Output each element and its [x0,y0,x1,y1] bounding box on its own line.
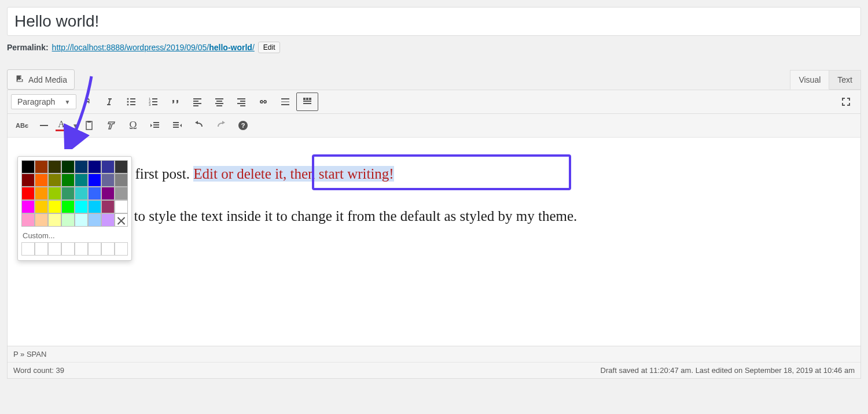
color-swatch[interactable] [75,200,88,213]
post-title-input[interactable] [7,7,861,36]
color-swatch[interactable] [88,213,101,227]
color-swatch[interactable] [61,213,75,227]
custom-color-button[interactable]: Custom... [23,231,128,240]
numbered-list-button[interactable]: 123 [142,93,164,111]
svg-rect-10 [152,101,157,102]
svg-rect-18 [215,103,223,104]
color-swatch[interactable] [35,200,48,213]
italic-button[interactable] [98,93,120,111]
custom-slot[interactable] [88,242,101,256]
element-path[interactable]: P » SPAN [8,346,860,363]
svg-rect-3 [130,98,135,99]
clear-formatting-button[interactable] [100,116,122,135]
svg-text:?: ? [241,122,245,129]
bullet-list-button[interactable] [120,93,142,111]
color-swatch[interactable] [61,200,75,213]
custom-slot[interactable] [115,242,128,256]
color-swatch[interactable] [35,173,48,187]
color-swatch[interactable] [115,160,128,173]
blockquote-button[interactable] [164,93,186,111]
color-swatch[interactable] [35,187,48,200]
tab-text[interactable]: Text [829,70,861,90]
color-swatch[interactable] [21,160,35,173]
custom-slot[interactable] [61,242,75,256]
read-more-button[interactable] [274,93,296,111]
text-color-button[interactable]: A ▼ [55,120,78,131]
permalink-link[interactable]: http://localhost:8888/wordpress/2019/09/… [52,43,255,52]
align-center-button[interactable] [208,93,230,111]
toolbar-row-1: Paragraph ▼ 123 [8,90,860,114]
link-button[interactable] [252,93,274,111]
svg-rect-11 [152,104,157,105]
help-button[interactable]: ? [232,116,254,135]
svg-rect-29 [309,98,311,100]
color-swatch[interactable] [21,213,35,227]
editor-content[interactable]: Press. This is your first post. Edit or … [8,138,860,346]
color-swatch[interactable] [48,213,61,227]
svg-rect-12 [193,98,201,99]
svg-rect-32 [40,125,48,126]
redo-button[interactable] [210,116,232,135]
color-swatch[interactable] [61,173,75,187]
color-swatch[interactable] [75,213,88,227]
color-swatch[interactable] [21,187,35,200]
custom-slot[interactable] [75,242,88,256]
undo-button[interactable] [188,116,210,135]
custom-slot[interactable] [48,242,61,256]
color-swatch[interactable] [21,173,35,187]
color-swatch[interactable] [101,187,115,200]
color-swatch[interactable] [61,187,75,200]
color-swatch[interactable] [101,200,115,213]
color-swatch[interactable] [75,187,88,200]
svg-rect-27 [303,98,306,100]
align-right-button[interactable] [230,93,252,111]
svg-rect-15 [193,105,198,106]
color-swatch[interactable] [88,200,101,213]
add-media-button[interactable]: Add Media [7,69,75,90]
color-swatch[interactable] [48,200,61,213]
custom-slot[interactable] [101,242,115,256]
paragraph-1[interactable]: Press. This is your first post. Edit or … [25,163,843,186]
paragraph-2[interactable]: n block. I'm going to style the text ins… [25,205,843,228]
svg-rect-14 [193,103,201,104]
outdent-button[interactable] [144,116,166,135]
color-swatch[interactable] [115,200,128,213]
color-swatch[interactable] [75,173,88,187]
bold-button[interactable] [76,93,98,111]
toolbar-toggle-button[interactable] [296,93,318,111]
svg-rect-25 [281,101,289,102]
edit-permalink-button[interactable]: Edit [258,42,281,53]
editor-tabs: Visual Text [790,70,861,90]
chevron-down-icon[interactable]: ▼ [72,123,78,129]
format-select[interactable]: Paragraph ▼ [11,94,76,109]
color-swatch[interactable] [48,187,61,200]
color-swatch[interactable] [48,160,61,173]
color-swatch[interactable] [115,187,128,200]
custom-slot[interactable] [21,242,35,256]
indent-button[interactable] [166,116,188,135]
color-swatch[interactable] [48,173,61,187]
strikethrough-button[interactable]: ABє [11,116,33,135]
align-left-button[interactable] [186,93,208,111]
horizontal-rule-button[interactable] [33,116,55,135]
color-swatch[interactable] [115,173,128,187]
color-swatch[interactable] [75,160,88,173]
color-swatch[interactable] [101,173,115,187]
no-color-swatch[interactable] [115,213,128,227]
tab-visual[interactable]: Visual [790,70,829,90]
color-swatch[interactable] [101,160,115,173]
color-swatch[interactable] [35,213,48,227]
color-swatch[interactable] [88,160,101,173]
fullscreen-button[interactable] [835,93,857,111]
svg-rect-38 [173,122,179,123]
paste-text-button[interactable] [78,116,100,135]
color-swatch[interactable] [88,173,101,187]
color-swatch[interactable] [35,160,48,173]
media-icon [14,73,25,86]
color-swatch[interactable] [21,200,35,213]
special-character-button[interactable]: Ω [122,116,144,135]
color-swatch[interactable] [61,160,75,173]
color-swatch[interactable] [101,213,115,227]
color-swatch[interactable] [88,187,101,200]
custom-slot[interactable] [35,242,48,256]
